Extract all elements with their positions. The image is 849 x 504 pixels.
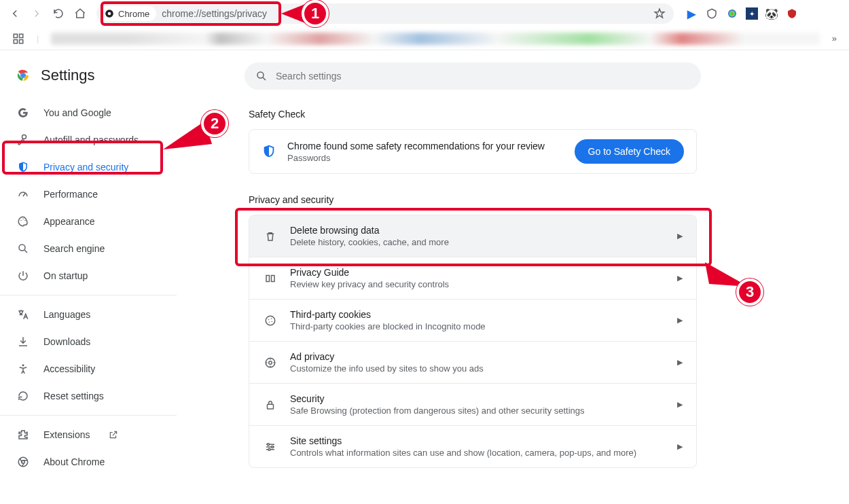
row-site-settings[interactable]: Site settings Controls what information … [249,425,696,467]
site-chip-label: Chrome [118,9,149,19]
search-icon [255,70,268,82]
svg-point-11 [22,219,24,220]
sidebar-item-on-startup[interactable]: On startup [0,262,177,289]
sidebar-item-privacy[interactable]: Privacy and security [0,154,177,181]
svg-point-18 [266,316,275,325]
sidebar-item-autofill[interactable]: Autofill and passwords [0,126,177,154]
callout-number-2: 2 [201,110,228,137]
sidebar-item-downloads[interactable]: Downloads [0,328,177,355]
forward-button[interactable] [27,4,46,23]
svg-point-21 [272,321,273,322]
settings-header: Settings [0,62,177,95]
svg-point-27 [272,446,274,448]
row-title: Ad privacy [290,351,665,362]
trash-icon [263,230,278,242]
svg-rect-3 [14,34,17,37]
bookmarks-blurred [51,33,819,45]
ext-icon-4[interactable]: ✦ [746,7,758,20]
sidebar-item-you-and-google[interactable]: You and Google [0,99,177,126]
svg-point-20 [271,318,272,319]
key-icon [16,134,30,146]
sidebar-item-label: Extensions [43,429,90,440]
home-button[interactable] [71,4,90,23]
ext-icon-5[interactable]: 🐼 [765,7,778,20]
sidebar-item-accessibility[interactable]: Accessibility [0,355,177,382]
svg-point-2 [728,10,736,18]
sidebar-item-label: Autofill and passwords [43,134,139,145]
extension-icons: ▶ ✦ 🐼 [685,7,799,20]
sidebar-item-reset[interactable]: Reset settings [0,382,177,410]
sidebar-item-search-engine[interactable]: Search engine [0,235,177,262]
speedometer-icon [16,188,30,200]
google-g-icon [16,107,30,119]
chevron-right-icon: ▶ [677,442,683,451]
row-sub: Safe Browsing (protection from dangerous… [290,406,665,416]
browser-toolbar: Chrome chrome://settings/privacy ▶ ✦ 🐼 [0,0,849,27]
row-title: Site settings [290,435,665,446]
ext-icon-2[interactable] [705,7,719,20]
svg-point-14 [22,364,24,366]
sidebar-item-performance[interactable]: Performance [0,181,177,208]
svg-point-24 [269,361,272,364]
search-input[interactable] [276,71,690,82]
back-button[interactable] [5,4,24,23]
sidebar-item-extensions[interactable]: Extensions [0,421,177,448]
safety-check-card: Chrome found some safety recommendations… [249,129,697,174]
site-chip[interactable]: Chrome [101,6,156,21]
row-third-party-cookies[interactable]: Third-party cookies Third-party cookies … [249,299,696,341]
svg-point-17 [257,72,264,78]
chevron-right-icon: ▶ [677,400,683,409]
safety-sub: Passwords [287,153,564,163]
ext-icon-1[interactable]: ▶ [685,7,698,20]
row-title: Delete browsing data [290,225,665,236]
search-icon [16,242,30,255]
go-to-safety-check-button[interactable]: Go to Safety Check [575,139,684,164]
svg-point-22 [269,321,270,323]
row-sub: Delete history, cookies, cache, and more [290,237,665,247]
address-bar[interactable]: Chrome chrome://settings/privacy [96,3,674,24]
sidebar-item-appearance[interactable]: Appearance [0,208,177,235]
safety-title: Chrome found some safety recommendations… [287,141,564,151]
chevron-right-icon: ▶ [677,316,683,325]
svg-rect-6 [20,39,23,43]
sidebar-item-label: Search engine [43,243,105,254]
sidebar-item-label: Appearance [43,216,95,227]
sidebar-divider [0,415,177,416]
row-security[interactable]: Security Safe Browsing (protection from … [249,383,696,425]
sidebar-item-label: Reset settings [43,391,104,401]
search-settings[interactable] [245,62,701,90]
reset-icon [16,390,30,402]
power-icon [16,270,30,282]
shield-check-icon [261,144,276,159]
chrome-logo-icon [15,67,31,84]
page-title: Settings [41,67,95,84]
row-ad-privacy[interactable]: Ad privacy Customize the info used by si… [249,341,696,383]
ext-icon-6[interactable] [785,7,799,20]
sidebar-item-label: Languages [43,309,90,320]
download-icon [16,336,30,348]
palette-icon [16,215,30,228]
reload-button[interactable] [49,4,68,23]
svg-point-19 [268,319,270,320]
sliders-icon [263,441,278,453]
safety-check-heading: Safety Check [249,109,697,120]
svg-rect-25 [268,404,274,409]
apps-grid-icon[interactable] [12,33,24,45]
accessibility-icon [16,363,30,375]
row-title: Privacy Guide [290,267,665,278]
row-sub: Third-party cookies are blocked in Incog… [290,321,665,331]
chevron-right-icon: ▶ [677,358,683,367]
chevron-right-icon: ▶ [677,274,683,283]
ext-icon-3[interactable] [725,7,739,20]
row-privacy-guide[interactable]: Privacy Guide Review key privacy and sec… [249,257,696,299]
guide-icon [263,272,278,285]
sidebar-item-label: About Chrome [43,456,105,467]
sidebar-item-about[interactable]: About Chrome [0,448,177,475]
sidebar-item-languages[interactable]: Languages [0,301,177,328]
row-title: Third-party cookies [290,309,665,320]
row-delete-browsing-data[interactable]: Delete browsing data Delete history, coo… [249,215,696,257]
bookmark-star-icon[interactable] [653,7,666,20]
sidebar-divider [0,295,177,295]
bookmarks-overflow-icon[interactable]: » [832,33,837,43]
privacy-list: Delete browsing data Delete history, coo… [249,215,697,468]
